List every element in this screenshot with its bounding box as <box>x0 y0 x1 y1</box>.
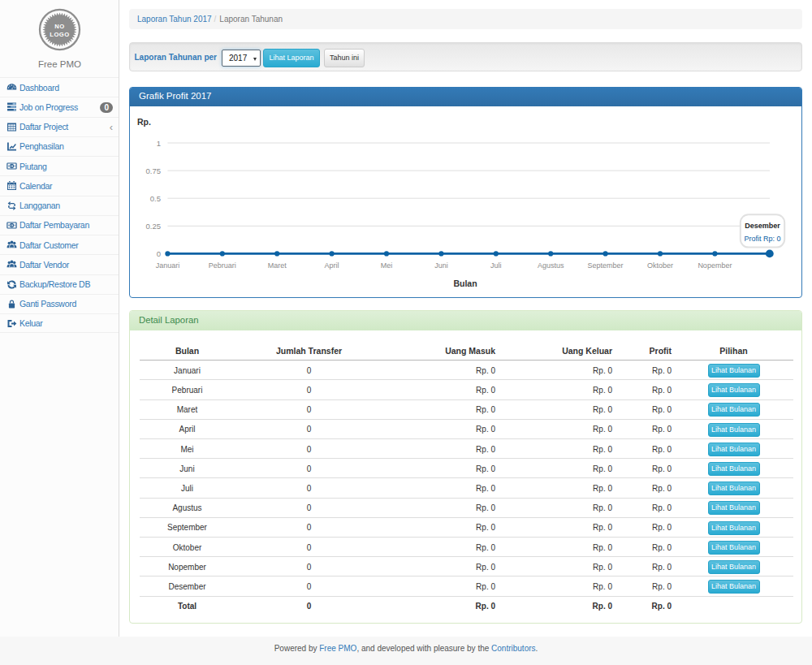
svg-text:LOGO: LOGO <box>50 31 69 38</box>
svg-text:Juni: Juni <box>434 261 448 270</box>
svg-text:Rp.: Rp. <box>137 117 151 127</box>
svg-text:Mei: Mei <box>381 261 393 270</box>
svg-text:0.25: 0.25 <box>146 222 162 231</box>
svg-text:0: 0 <box>157 249 161 258</box>
svg-text:1: 1 <box>157 139 161 148</box>
svg-text:Desember: Desember <box>745 222 780 230</box>
svg-text:Bulan: Bulan <box>453 279 477 288</box>
svg-text:0.5: 0.5 <box>150 194 161 203</box>
svg-text:NO: NO <box>54 23 64 30</box>
svg-text:Januari: Januari <box>156 261 180 270</box>
svg-text:Profit Rp: 0: Profit Rp: 0 <box>744 235 780 243</box>
svg-text:Oktober: Oktober <box>647 261 673 270</box>
svg-text:April: April <box>325 261 339 270</box>
svg-text:0.75: 0.75 <box>146 166 162 175</box>
svg-text:Juli: Juli <box>490 261 502 270</box>
svg-text:Maret: Maret <box>268 261 287 270</box>
svg-text:September: September <box>588 261 624 270</box>
svg-text:Pebruari: Pebruari <box>209 261 236 270</box>
svg-text:Agustus: Agustus <box>538 261 564 270</box>
svg-text:Nopember: Nopember <box>698 261 732 270</box>
